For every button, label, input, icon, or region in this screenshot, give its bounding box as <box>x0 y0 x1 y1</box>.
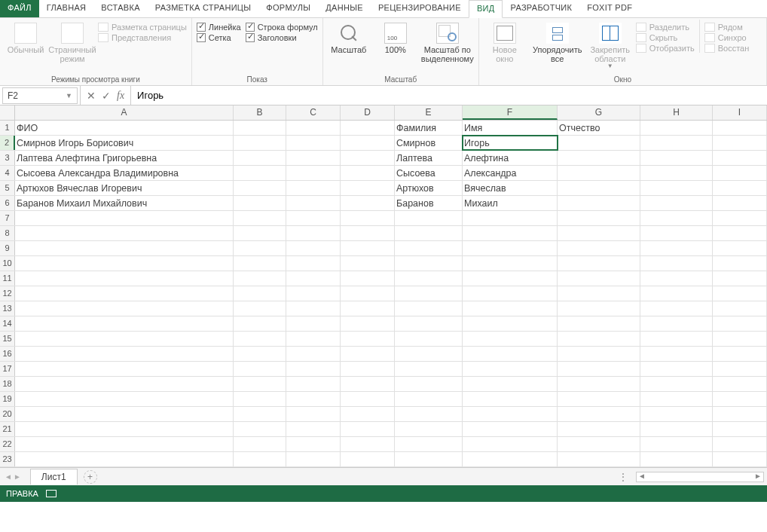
cell-E13[interactable] <box>395 301 463 316</box>
row-header[interactable]: 23 <box>0 452 15 466</box>
cell-I8[interactable] <box>713 226 767 240</box>
cell-G14[interactable] <box>558 316 640 331</box>
cell-H22[interactable] <box>640 437 713 451</box>
side-by-side-button[interactable]: Рядом <box>704 23 750 32</box>
new-window-button[interactable]: Новое окно <box>484 20 526 63</box>
arrange-all-button[interactable]: Упорядочить все <box>530 20 585 63</box>
zoom-button[interactable]: Масштаб <box>328 20 370 54</box>
cell-B9[interactable] <box>234 241 286 255</box>
cell-F12[interactable] <box>463 286 558 301</box>
cell-B23[interactable] <box>234 452 286 466</box>
cell-I4[interactable] <box>713 166 767 180</box>
col-header-G[interactable]: G <box>558 105 640 120</box>
zoom-100-button[interactable]: 100% <box>374 20 417 54</box>
row-header[interactable]: 8 <box>0 226 15 240</box>
cell-D18[interactable] <box>341 377 395 391</box>
cell-E9[interactable] <box>395 241 463 255</box>
cell-A17[interactable] <box>15 362 234 376</box>
cell-G19[interactable] <box>558 392 640 406</box>
cell-H13[interactable] <box>640 301 713 316</box>
cell-F7[interactable] <box>463 211 558 225</box>
freeze-panes-button[interactable]: Закрепить области▼ <box>589 20 631 70</box>
tab-разметка страницы[interactable]: РАЗМЕТКА СТРАНИЦЫ <box>148 0 259 17</box>
cell-C3[interactable] <box>286 151 341 165</box>
cell-B12[interactable] <box>234 286 286 301</box>
row-header[interactable]: 3 <box>0 151 15 165</box>
cell-B1[interactable] <box>234 121 286 135</box>
cell-G6[interactable] <box>558 196 640 210</box>
row-header[interactable]: 19 <box>0 392 15 406</box>
cell-H3[interactable] <box>640 151 713 165</box>
cell-I16[interactable] <box>713 347 767 361</box>
cell-D21[interactable] <box>341 422 395 436</box>
cell-E3[interactable]: Лаптева <box>395 151 463 165</box>
cell-A7[interactable] <box>15 211 234 225</box>
tab-вставка[interactable]: ВСТАВКА <box>93 0 147 17</box>
cell-H19[interactable] <box>640 392 713 406</box>
cell-B17[interactable] <box>234 362 286 376</box>
cell-B2[interactable] <box>234 136 286 150</box>
sheet-tab[interactable]: Лист1 <box>30 469 78 485</box>
cell-E8[interactable] <box>395 226 463 240</box>
cell-C5[interactable] <box>286 181 341 195</box>
row-header[interactable]: 15 <box>0 332 15 346</box>
cell-D12[interactable] <box>341 286 395 301</box>
cell-A2[interactable]: Смирнов Игорь Борисович <box>15 136 234 150</box>
cell-G8[interactable] <box>558 226 640 240</box>
cell-B3[interactable] <box>234 151 286 165</box>
cell-I21[interactable] <box>713 422 767 436</box>
col-header-F[interactable]: F <box>463 105 558 120</box>
horizontal-scrollbar[interactable] <box>636 472 764 482</box>
cell-E23[interactable] <box>395 452 463 466</box>
cell-H9[interactable] <box>640 241 713 255</box>
cell-A21[interactable] <box>15 422 234 436</box>
cell-D8[interactable] <box>341 226 395 240</box>
cell-E15[interactable] <box>395 332 463 346</box>
cell-G4[interactable] <box>558 166 640 180</box>
cell-D23[interactable] <box>341 452 395 466</box>
cell-A9[interactable] <box>15 241 234 255</box>
cell-G23[interactable] <box>558 452 640 466</box>
cell-F3[interactable]: Алефтина <box>463 151 558 165</box>
cell-H11[interactable] <box>640 271 713 286</box>
cell-D14[interactable] <box>341 316 395 331</box>
cell-A13[interactable] <box>15 301 234 316</box>
cell-H6[interactable] <box>640 196 713 210</box>
cell-D4[interactable] <box>341 166 395 180</box>
cell-A8[interactable] <box>15 226 234 240</box>
cell-E17[interactable] <box>395 362 463 376</box>
row-header[interactable]: 9 <box>0 241 15 255</box>
row-header[interactable]: 17 <box>0 362 15 376</box>
page-layout-button[interactable]: Разметка страницы <box>98 23 187 32</box>
cell-D9[interactable] <box>341 241 395 255</box>
cell-A12[interactable] <box>15 286 234 301</box>
cell-I22[interactable] <box>713 437 767 451</box>
row-header[interactable]: 18 <box>0 377 15 391</box>
cell-F23[interactable] <box>463 452 558 466</box>
row-header[interactable]: 16 <box>0 347 15 361</box>
cell-B21[interactable] <box>234 422 286 436</box>
row-header[interactable]: 4 <box>0 166 15 180</box>
cell-G18[interactable] <box>558 377 640 391</box>
page-break-view-button[interactable]: Страничный режим <box>51 20 93 63</box>
cell-B16[interactable] <box>234 347 286 361</box>
cell-G11[interactable] <box>558 271 640 286</box>
cell-C8[interactable] <box>286 226 341 240</box>
cell-F15[interactable] <box>463 332 558 346</box>
cell-B4[interactable] <box>234 166 286 180</box>
cell-H8[interactable] <box>640 226 713 240</box>
cell-E4[interactable]: Сысоева <box>395 166 463 180</box>
cell-F4[interactable]: Александра <box>463 166 558 180</box>
cell-E11[interactable] <box>395 271 463 286</box>
cell-F17[interactable] <box>463 362 558 376</box>
cell-E7[interactable] <box>395 211 463 225</box>
cell-E22[interactable] <box>395 437 463 451</box>
cell-I6[interactable] <box>713 196 767 210</box>
cell-C22[interactable] <box>286 437 341 451</box>
cell-F9[interactable] <box>463 241 558 255</box>
cell-G16[interactable] <box>558 347 640 361</box>
fx-button[interactable]: fx <box>117 90 124 102</box>
cell-F16[interactable] <box>463 347 558 361</box>
cell-A6[interactable]: Баранов Михаил Михайлович <box>15 196 234 210</box>
cell-B14[interactable] <box>234 316 286 331</box>
